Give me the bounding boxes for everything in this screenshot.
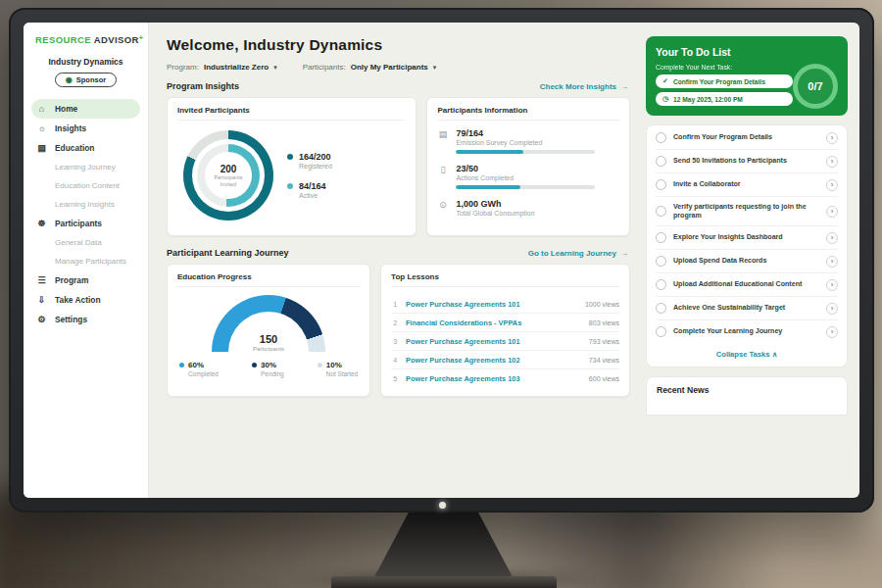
sidebar-item-label: Education [55,143,94,153]
lesson-row: 5 Power Purchase Agreements 103 600 view… [391,369,619,387]
next-task-label: Confirm Your Program Details [673,78,765,85]
survey-icon: ▤ [437,129,448,154]
lesson-link[interactable]: Power Purchase Agreements 101 [406,300,578,309]
sidebar-item-label: Manage Participants [55,257,126,266]
legend-label: Not Started [326,370,358,377]
info-value: 1,000 GWh [456,199,534,209]
task-checkbox[interactable] [656,132,666,143]
task-row[interactable]: Upload Spend Data Records › [656,250,838,273]
chevron-right-icon[interactable]: › [826,232,838,244]
task-row[interactable]: Explore Your Insights Dashboard › [656,226,838,250]
logo-primary: RESOURCE [35,34,91,45]
participants-select[interactable]: Participants: Only My Participants ▾ [303,63,437,72]
chevron-right-icon[interactable]: › [826,132,838,144]
sidebar-item-home[interactable]: ⌂ Home [31,99,140,119]
task-row[interactable]: Send 50 Invitations to Participants › [656,150,838,173]
task-row[interactable]: Complete Your Learning Journey › [656,320,838,343]
task-row[interactable]: Verify participants requesting to join t… [656,197,838,226]
sidebar-item-label: Home [55,104,77,114]
collapse-tasks-link[interactable]: Collapse Tasks ∧ [656,343,838,367]
learning-journey-header: Participant Learning Journey Go to Learn… [167,248,628,258]
task-checkbox[interactable] [656,232,666,243]
task-checkbox[interactable] [656,326,666,337]
task-checkbox[interactable] [656,256,666,267]
education-gauge-chart: 150 Participants [212,295,325,352]
chevron-right-icon[interactable]: › [826,303,838,315]
education-legend: 60% Completed 30% Pending 10% Not Starte… [177,361,360,377]
clock-icon: ◷ [662,95,668,103]
lesson-row: 3 Power Purchase Agreements 101 793 view… [391,332,619,351]
info-value: 79/164 [456,128,595,138]
actions-progress-bar [456,185,595,189]
sidebar-item-education[interactable]: ▤ Education [24,138,148,158]
next-task-pill[interactable]: ✓ Confirm Your Program Details [656,74,793,88]
chevron-right-icon[interactable]: › [826,279,838,291]
sidebar-item-manage-participants[interactable]: Manage Participants [24,252,148,270]
task-label: Explore Your Insights Dashboard [673,233,819,242]
lesson-views: 793 views [589,338,619,345]
todo-progress-ring: 0/7 [793,64,838,109]
chevron-right-icon[interactable]: › [826,179,838,191]
sidebar-item-label: Take Action [55,295,101,305]
legend-label: Pending [261,370,283,377]
education-progress-card: Education Progress 150 Participants 60% [167,264,370,397]
card-title: Education Progress [177,272,360,287]
chevron-right-icon[interactable]: › [826,156,838,168]
participants-information-card: Participants Information ▤ 79/164 Emissi… [426,97,630,236]
chevron-right-icon[interactable]: › [826,326,838,338]
participants-value: Only My Participants [351,63,428,72]
todo-title: Your To Do List [656,46,838,58]
sidebar-item-education-content[interactable]: Education Content [24,176,148,195]
sidebar-item-label: Participants [55,219,102,228]
top-lessons-card: Top Lessons 1 Power Purchase Agreements … [380,264,630,397]
info-label: Actions Completed [456,174,595,181]
arrow-right-icon: → [620,249,628,258]
lesson-link[interactable]: Power Purchase Agreements 103 [406,374,582,383]
insights-cards-row: Invited Participants 200 Participants In… [167,97,630,236]
sidebar-item-take-action[interactable]: ⇩ Take Action [24,290,148,310]
page-title: Welcome, Industry Dynamics [167,36,630,54]
task-row[interactable]: Achieve One Sustainability Target › [656,297,838,320]
legend-registered: 164/200 Registered [287,152,332,170]
sidebar-item-general-data[interactable]: General Data [24,233,148,252]
sidebar-item-insights[interactable]: ☼ Insights [24,119,148,138]
lesson-link[interactable]: Power Purchase Agreements 102 [406,356,582,365]
task-row[interactable]: Upload Additional Educational Content › [656,273,838,297]
chevron-right-icon[interactable]: › [826,256,838,268]
task-checkbox[interactable] [656,156,666,167]
task-checkbox[interactable] [656,179,666,190]
sidebar-item-learning-journey[interactable]: Learning Journey [24,158,148,176]
task-label: Upload Spend Data Records [673,257,819,266]
task-checkbox[interactable] [656,206,666,217]
org-name: Industry Dynamics [24,57,148,67]
task-row[interactable]: Invite a Collaborator › [656,173,838,197]
sidebar-item-participants[interactable]: ☸ Participants [24,214,148,233]
check-more-insights-link[interactable]: Check More Insights → [540,82,628,91]
task-row[interactable]: Confirm Your Program Details › [656,126,838,150]
sidebar-item-learning-insights[interactable]: Learning Insights [24,195,148,214]
task-label: Invite a Collaborator [673,180,819,189]
program-select[interactable]: Program: Industrialize Zero ▾ [167,63,277,72]
legend-label: Completed [188,370,219,377]
gauge-value: 150 [212,333,325,345]
lesson-link[interactable]: Financial Considerations - VPPAs [406,318,582,327]
sidebar-item-label: Program [55,275,88,285]
sidebar-item-settings[interactable]: ⚙ Settings [24,310,148,329]
app-logo: RESOURCE ADVISOR+ [24,34,148,45]
task-checkbox[interactable] [656,303,666,314]
section-title: Program Insights [167,81,239,91]
info-row-consumption: ⊙ 1,000 GWh Total Global Consumption [437,199,619,217]
task-checkbox[interactable] [656,279,666,290]
lesson-row: 2 Financial Considerations - VPPAs 803 v… [391,314,619,332]
lesson-link[interactable]: Power Purchase Agreements 101 [406,337,582,346]
legend-dot-active [287,183,293,189]
sidebar-item-program[interactable]: ☰ Program [24,270,148,290]
sponsor-badge[interactable]: ◉ Sponsor [55,73,117,87]
program-label: Program: [167,63,199,72]
chevron-right-icon[interactable]: › [826,206,838,218]
go-to-learning-journey-link[interactable]: Go to Learning Journey → [528,249,628,258]
logo-secondary: ADVISOR [94,34,139,45]
progress-fill [456,185,519,189]
lesson-row: 1 Power Purchase Agreements 101 1000 vie… [391,295,619,314]
home-icon: ⌂ [36,104,47,114]
